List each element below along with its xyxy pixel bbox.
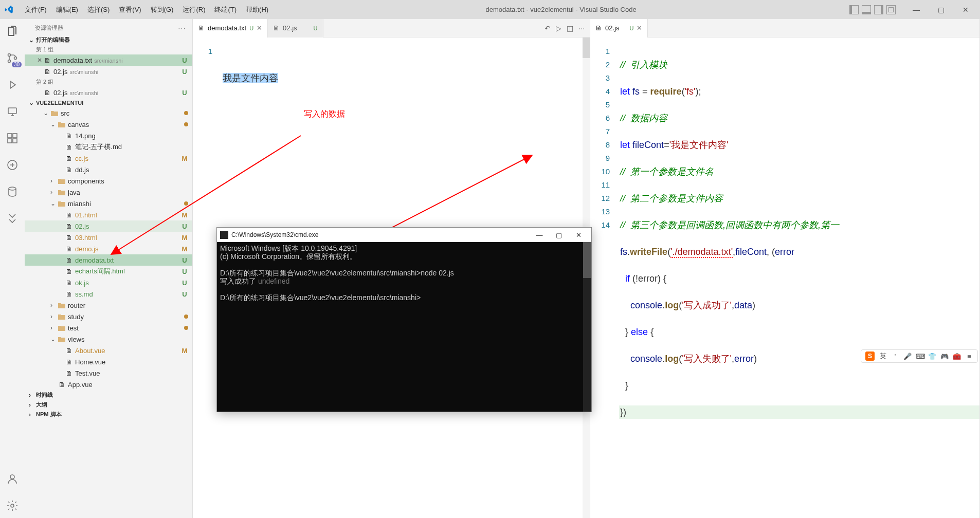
cmd-title-text: C:\Windows\System32\cmd.exe	[231, 231, 318, 238]
file-row[interactable]: 🗎03.htmlM	[25, 232, 192, 243]
menu-help[interactable]: 帮助(H)	[242, 3, 273, 16]
cmd-maximize-icon[interactable]: ▢	[549, 228, 569, 242]
file-row[interactable]: 🗎demodata.txtU	[25, 254, 192, 266]
ime-punct-icon[interactable]: '	[891, 353, 899, 360]
file-row[interactable]: 🗎echarts间隔.htmlU	[25, 266, 192, 277]
section-outline[interactable]: › 大纲	[25, 400, 192, 410]
folder-row[interactable]: ›router	[25, 300, 192, 311]
scrollbar-thumb[interactable]	[583, 242, 591, 278]
file-row[interactable]: 🗎ss.mdU	[25, 288, 192, 300]
ime-keyboard-icon[interactable]: ⌨	[916, 353, 924, 360]
item-label: ss.md	[75, 290, 181, 298]
window-close-icon[interactable]: ✕	[955, 2, 976, 17]
toggle-secondary-sidebar-icon[interactable]	[874, 5, 883, 14]
toggle-panel-icon[interactable]	[862, 5, 871, 14]
tab-demodata[interactable]: 🗎 demodata.txt U ✕	[193, 19, 268, 38]
accounts-icon[interactable]	[5, 472, 20, 486]
section-project[interactable]: ⌄ VUE2ELEMENTUI	[25, 98, 192, 107]
docker-icon[interactable]	[5, 158, 20, 172]
svg-point-11	[11, 504, 14, 507]
menu-selection[interactable]: 选择(S)	[83, 3, 114, 16]
folder-row[interactable]: ⌄canvas	[25, 119, 192, 130]
ime-lang[interactable]: 英	[879, 351, 887, 361]
item-label: demodata.txt	[75, 256, 181, 264]
file-row[interactable]: 🗎Test.vue	[25, 367, 192, 379]
menu-run[interactable]: 运行(R)	[178, 3, 209, 16]
cmd-titlebar[interactable]: C:\Windows\System32\cmd.exe — ▢ ✕	[217, 228, 591, 242]
section-npm[interactable]: › NPM 脚本	[25, 410, 192, 419]
customize-layout-icon[interactable]	[886, 5, 896, 14]
minimap-thumb[interactable]	[583, 38, 590, 58]
file-row[interactable]: 🗎App.vue	[25, 379, 192, 390]
settings-gear-icon[interactable]	[5, 498, 20, 513]
tab-02js-right[interactable]: 🗎 02.js U ✕	[590, 19, 648, 38]
ime-tools-icon[interactable]: 🧰	[953, 353, 961, 360]
section-timeline[interactable]: › 时间线	[25, 390, 192, 400]
folder-row[interactable]: ⌄src	[25, 107, 192, 119]
item-label: About.vue	[75, 347, 181, 355]
ime-mic-icon[interactable]: 🎤	[903, 353, 912, 360]
folder-row[interactable]: ⌄views	[25, 334, 192, 345]
folder-row[interactable]: ›java	[25, 187, 192, 198]
file-row[interactable]: 🗎About.vueM	[25, 345, 192, 356]
run-debug-icon[interactable]	[5, 78, 20, 92]
file-row[interactable]: 🗎笔记-五子棋.md	[25, 141, 192, 153]
editor-body[interactable]: 1234567891011121314 // 引入模块 let fs = req…	[590, 38, 979, 518]
cmd-output[interactable]: Microsoft Windows [版本 10.0.19045.4291] (…	[217, 242, 591, 412]
tab-02js[interactable]: 🗎 02.js U	[268, 19, 323, 38]
cmd-window[interactable]: C:\Windows\System32\cmd.exe — ▢ ✕ Micros…	[216, 227, 592, 412]
menu-terminal[interactable]: 终端(T)	[210, 3, 241, 16]
open-editor-item[interactable]: ✕ 🗎 demodata.txtsrc\mianshi U	[25, 54, 192, 66]
section-open-editors[interactable]: ⌄ 打开的编辑器	[25, 35, 192, 45]
extensions-icon[interactable]	[5, 131, 20, 145]
folder-row[interactable]: ⌄mianshi	[25, 198, 192, 209]
chevron-right-icon: ›	[50, 313, 58, 320]
file-row[interactable]: 🗎02.jsU	[25, 220, 192, 232]
window-maximize-icon[interactable]: ▢	[931, 2, 951, 17]
menu-view[interactable]: 查看(V)	[115, 3, 145, 16]
split-editor-icon[interactable]: ◫	[567, 24, 573, 32]
menu-file[interactable]: 文件(F)	[21, 3, 51, 16]
ime-toolbar[interactable]: S 英 ' 🎤 ⌨ 👕 🎮 🧰 ≡	[861, 349, 978, 363]
cmd-close-icon[interactable]: ✕	[569, 228, 588, 242]
menu-go[interactable]: 转到(G)	[147, 3, 178, 16]
sogou-logo-icon[interactable]: S	[865, 351, 875, 361]
file-row[interactable]: 🗎01.htmlM	[25, 209, 192, 220]
folder-icon	[58, 200, 66, 207]
source-control-icon[interactable]: 30	[5, 51, 20, 65]
git-graph-icon[interactable]	[5, 211, 20, 226]
menu-edit[interactable]: 编辑(E)	[52, 3, 82, 16]
file-row[interactable]: 🗎14.png	[25, 130, 192, 141]
sidebar-more-icon[interactable]: ···	[178, 25, 186, 31]
folder-row[interactable]: ›components	[25, 175, 192, 187]
file-row[interactable]: 🗎dd.js	[25, 164, 192, 175]
window-minimize-icon[interactable]: —	[906, 2, 927, 17]
toggle-primary-sidebar-icon[interactable]	[849, 5, 859, 14]
close-icon[interactable]: ✕	[257, 24, 262, 32]
cmd-minimize-icon[interactable]: —	[530, 228, 549, 242]
ime-menu-icon[interactable]: ≡	[965, 353, 973, 360]
explorer-icon[interactable]	[5, 24, 20, 39]
more-actions-icon[interactable]: ···	[578, 24, 585, 32]
folder-row[interactable]: ›test	[25, 322, 192, 334]
database-icon[interactable]	[5, 184, 20, 199]
open-editor-item[interactable]: 🗎 02.jssrc\mianshi U	[25, 87, 192, 98]
folder-row[interactable]: ›study	[25, 311, 192, 322]
file-row[interactable]: 🗎ok.jsU	[25, 277, 192, 288]
run-icon[interactable]: ▷	[556, 24, 561, 32]
close-icon[interactable]: ✕	[637, 24, 642, 32]
file-row[interactable]: 🗎Home.vue	[25, 356, 192, 367]
open-editor-item[interactable]: 🗎 02.jssrc\mianshi U	[25, 66, 192, 77]
item-label: echarts间隔.html	[75, 267, 181, 276]
close-icon[interactable]: ✕	[36, 57, 43, 64]
file-row[interactable]: 🗎demo.jsM	[25, 243, 192, 254]
status-untracked: U	[181, 256, 188, 264]
file-icon: 🗎	[58, 381, 66, 388]
remote-explorer-icon[interactable]	[5, 104, 20, 119]
ime-game-icon[interactable]: 🎮	[940, 353, 949, 360]
go-back-icon[interactable]: ↶	[545, 24, 551, 32]
ime-skin-icon[interactable]: 👕	[928, 353, 936, 360]
cmd-scrollbar[interactable]	[583, 242, 591, 412]
code-area[interactable]: // 引入模块 let fs = require('fs'); // 数据内容 …	[619, 38, 979, 518]
file-row[interactable]: 🗎cc.jsM	[25, 153, 192, 164]
